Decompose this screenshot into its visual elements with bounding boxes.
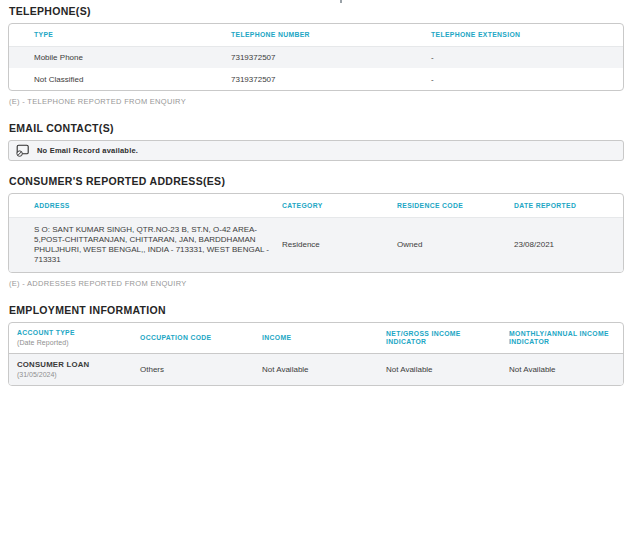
column-header-address: ADDRESS: [9, 194, 282, 217]
addresses-title: CONSUMER'S REPORTED ADDRESS(ES): [9, 175, 624, 187]
column-header-occupation-code: OCCUPATION CODE: [140, 323, 262, 354]
column-header-date-reported-sub: (Date Reported): [17, 339, 134, 347]
telephones-header-row: TYPE TELEPHONE NUMBER TELEPHONE EXTENSIO…: [9, 24, 623, 46]
column-header-telephone-number: TELEPHONE NUMBER: [231, 24, 431, 46]
telephone-extension: -: [431, 46, 623, 68]
email-contacts-title: EMAIL CONTACT(S): [9, 122, 624, 134]
addresses-footnote: (e) - ADDRESSES REPORTED FROM ENQUIRY: [9, 279, 624, 288]
section-email-contacts: EMAIL CONTACT(S) No Email Record availab…: [8, 122, 624, 161]
telephone-type: Not Classified: [9, 68, 231, 90]
employment-header-row: ACCOUNT TYPE (Date Reported) OCCUPATION …: [9, 323, 623, 354]
email-empty-message: No Email Record available.: [37, 146, 138, 155]
telephone-extension: -: [431, 68, 623, 90]
page-crop-artifact: [340, 0, 342, 3]
telephone-number: 7319372507: [231, 46, 431, 68]
employment-account-type: CONSUMER LOAN: [17, 360, 134, 369]
email-unavailable-icon: [16, 144, 30, 157]
telephones-title: TELEPHONE(S): [9, 5, 624, 17]
section-addresses: CONSUMER'S REPORTED ADDRESS(ES) ADDRESS …: [8, 175, 624, 288]
table-row: Mobile Phone 7319372507 -: [9, 46, 623, 68]
employment-net-gross-indicator: Not Available: [386, 354, 509, 385]
telephones-table: TYPE TELEPHONE NUMBER TELEPHONE EXTENSIO…: [9, 24, 623, 90]
column-header-income: INCOME: [262, 323, 386, 354]
address-residence-code: Owned: [397, 217, 514, 272]
addresses-header-row: ADDRESS CATEGORY RESIDENCE CODE DATE REP…: [9, 194, 623, 217]
telephones-table-card: TYPE TELEPHONE NUMBER TELEPHONE EXTENSIO…: [8, 23, 624, 91]
column-header-type: TYPE: [9, 24, 231, 46]
column-header-residence-code: RESIDENCE CODE: [397, 194, 514, 217]
column-header-date-reported: DATE REPORTED: [514, 194, 623, 217]
employment-occupation-code: Others: [140, 354, 262, 385]
employment-title: EMPLOYMENT INFORMATION: [9, 304, 624, 316]
section-employment: EMPLOYMENT INFORMATION ACCOUNT TYPE (Dat…: [8, 304, 624, 386]
credit-report-page: TELEPHONE(S) TYPE TELEPHONE NUMBER TELEP…: [0, 0, 632, 386]
employment-table: ACCOUNT TYPE (Date Reported) OCCUPATION …: [9, 323, 623, 385]
table-row: Not Classified 7319372507 -: [9, 68, 623, 90]
addresses-table-card: ADDRESS CATEGORY RESIDENCE CODE DATE REP…: [8, 193, 624, 273]
column-header-telephone-extension: TELEPHONE EXTENSION: [431, 24, 623, 46]
employment-account-type-cell: CONSUMER LOAN (31/05/2024): [9, 354, 140, 385]
employment-date-reported: (31/05/2024): [17, 371, 134, 378]
address-value: S O: SANT KUMAR SINGH, QTR.NO-23 B, ST.N…: [9, 217, 282, 272]
telephone-type: Mobile Phone: [9, 46, 231, 68]
column-header-net-gross-income-indicator: NET/GROSS INCOME INDICATOR: [386, 323, 509, 354]
table-row: S O: SANT KUMAR SINGH, QTR.NO-23 B, ST.N…: [9, 217, 623, 272]
addresses-table: ADDRESS CATEGORY RESIDENCE CODE DATE REP…: [9, 194, 623, 272]
telephones-footnote: (e) - TELEPHONE REPORTED FROM ENQUIRY: [9, 97, 624, 106]
email-empty-state: No Email Record available.: [8, 140, 624, 161]
employment-income: Not Available: [262, 354, 386, 385]
telephone-number: 7319372507: [231, 68, 431, 90]
column-header-account-type-label: ACCOUNT TYPE: [17, 329, 75, 336]
column-header-account-type: ACCOUNT TYPE (Date Reported): [9, 323, 140, 354]
address-category: Residence: [282, 217, 397, 272]
employment-table-card: ACCOUNT TYPE (Date Reported) OCCUPATION …: [8, 322, 624, 386]
section-telephones: TELEPHONE(S) TYPE TELEPHONE NUMBER TELEP…: [8, 5, 624, 106]
employment-monthly-annual-indicator: Not Available: [509, 354, 623, 385]
column-header-category: CATEGORY: [282, 194, 397, 217]
column-header-monthly-annual-income-indicator: MONTHLY/ANNUAL INCOME INDICATOR: [509, 323, 623, 354]
table-row: CONSUMER LOAN (31/05/2024) Others Not Av…: [9, 354, 623, 385]
address-date-reported: 23/08/2021: [514, 217, 623, 272]
